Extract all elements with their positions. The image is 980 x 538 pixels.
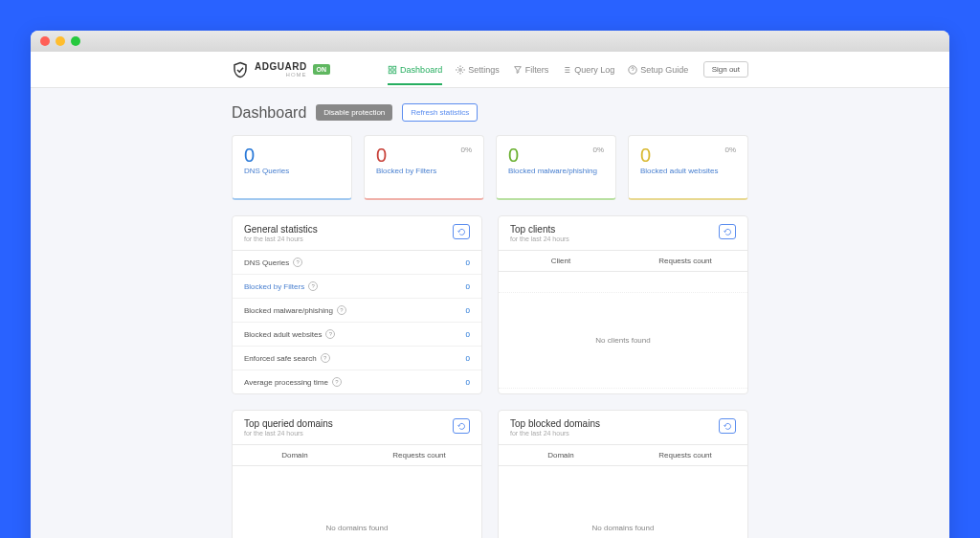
table-body: No domains found (233, 466, 481, 538)
stat-card-blocked-by-filters: 0%0Blocked by Filters (364, 135, 484, 200)
nav-label: Setup Guide (640, 65, 688, 75)
col-requests: Requests count (623, 257, 747, 265)
stat-value: 0 (244, 146, 340, 165)
status-badge: ON (313, 64, 331, 75)
refresh-icon (457, 422, 466, 431)
col-domain: Domain (233, 451, 357, 460)
info-icon[interactable]: ? (293, 258, 302, 267)
stat-label[interactable]: Blocked by Filters (376, 167, 472, 175)
filter-icon (513, 65, 523, 75)
row-value: 0 (466, 330, 470, 339)
nav-label: Settings (468, 65, 500, 75)
refresh-statistics-button[interactable]: Refresh statistics (402, 103, 478, 122)
brand-name: ADGUARD (255, 62, 307, 72)
row-label: Enforced safe search ? (244, 353, 330, 363)
close-window-icon[interactable] (40, 36, 50, 46)
refresh-button[interactable] (453, 224, 470, 239)
stat-value: 0 (376, 146, 472, 165)
svg-point-4 (459, 68, 462, 71)
stat-pct: 0% (460, 146, 472, 154)
help-icon (628, 65, 637, 75)
table-body: No domains found (499, 466, 747, 538)
col-requests: Requests count (623, 451, 747, 460)
nav-item-query-log[interactable]: Query Log (562, 56, 614, 84)
table-row: Blocked by Filters ?0 (233, 275, 481, 299)
maximize-window-icon[interactable] (71, 36, 80, 46)
panel-sub: for the last 24 hours (244, 430, 333, 437)
svg-rect-0 (389, 66, 391, 69)
list-icon (562, 65, 571, 75)
stat-value: 0 (640, 146, 736, 165)
table-head: Domain Requests count (499, 445, 747, 466)
refresh-icon (724, 422, 732, 431)
table-row: Blocked adult websites ?0 (233, 323, 481, 347)
nav-item-settings[interactable]: Settings (456, 56, 500, 84)
row-label: Blocked adult websites ? (244, 329, 335, 339)
nav-item-filters[interactable]: Filters (513, 56, 549, 84)
nav-item-dashboard[interactable]: Dashboard (388, 56, 442, 85)
panel-title: Top queried domains (244, 418, 333, 429)
panel-title: Top blocked domains (510, 418, 600, 429)
row-value: 0 (466, 282, 470, 291)
row-label: Blocked malware/phishing ? (244, 305, 346, 315)
refresh-button[interactable] (453, 418, 470, 434)
col-domain: Domain (499, 451, 623, 460)
panel-title: General statistics (244, 224, 318, 235)
svg-rect-1 (393, 66, 396, 69)
svg-rect-2 (389, 70, 391, 73)
info-icon[interactable]: ? (325, 329, 335, 339)
row-label: DNS Queries ? (244, 258, 302, 267)
nav-label: Filters (525, 65, 549, 75)
row-value: 0 (466, 258, 470, 267)
app-window: ADGUARD HOME ON DashboardSettingsFilters… (31, 31, 949, 538)
row-value: 0 (466, 306, 470, 315)
page-title: Dashboard (232, 104, 306, 122)
stat-card-blocked-adult-websites: 0%0Blocked adult websites (628, 135, 748, 200)
empty-message: No domains found (326, 524, 389, 532)
stat-value: 0 (508, 146, 604, 165)
shield-logo-icon (232, 61, 249, 78)
top-navbar: ADGUARD HOME ON DashboardSettingsFilters… (31, 52, 949, 88)
info-icon[interactable]: ? (308, 281, 318, 291)
panel-sub: for the last 24 hours (244, 235, 318, 242)
grid-icon (388, 65, 397, 75)
row-label: Average processing time ? (244, 377, 342, 387)
col-requests: Requests count (357, 451, 481, 460)
info-icon[interactable]: ? (321, 353, 330, 363)
table-head: Client Requests count (499, 251, 747, 272)
col-client: Client (499, 257, 623, 265)
titlebar (31, 31, 949, 52)
general-statistics-panel: General statistics for the last 24 hours… (232, 215, 482, 394)
page-header: Dashboard Disable protection Refresh sta… (232, 103, 748, 122)
refresh-button[interactable] (719, 418, 736, 434)
stat-pct: 0% (724, 146, 736, 154)
row-value: 0 (466, 354, 470, 363)
top-queried-domains-panel: Top queried domains for the last 24 hour… (232, 410, 482, 538)
row-label[interactable]: Blocked by Filters ? (244, 281, 318, 291)
info-icon[interactable]: ? (332, 377, 342, 387)
info-icon[interactable]: ? (337, 305, 346, 315)
brand[interactable]: ADGUARD HOME ON (232, 61, 330, 78)
stat-label[interactable]: Blocked malware/phishing (508, 167, 604, 175)
refresh-button[interactable] (719, 224, 736, 239)
content: Dashboard Disable protection Refresh sta… (31, 88, 949, 538)
nav-items: DashboardSettingsFiltersQuery LogSetup G… (388, 56, 688, 84)
nav-item-setup-guide[interactable]: Setup Guide (628, 56, 688, 84)
top-blocked-domains-panel: Top blocked domains for the last 24 hour… (498, 410, 748, 538)
table-row: Enforced safe search ?0 (233, 347, 481, 370)
empty-message: No domains found (592, 524, 655, 532)
top-clients-panel: Top clients for the last 24 hours Client… (498, 215, 748, 394)
stat-cards-row: 0DNS Queries0%0Blocked by Filters0%0Bloc… (232, 135, 748, 200)
table-head: Domain Requests count (233, 445, 481, 466)
stat-pct: 0% (592, 146, 604, 154)
stat-card-dns-queries: 0DNS Queries (232, 135, 352, 200)
minimize-window-icon[interactable] (56, 36, 65, 46)
stat-label[interactable]: DNS Queries (244, 167, 340, 175)
brand-sub: HOME (255, 72, 307, 78)
table-row: Average processing time ?0 (233, 370, 481, 393)
refresh-icon (724, 228, 732, 236)
disable-protection-button[interactable]: Disable protection (316, 104, 392, 121)
stat-label[interactable]: Blocked adult websites (640, 167, 736, 175)
stat-card-blocked-malware-phishing: 0%0Blocked malware/phishing (496, 135, 616, 200)
signout-button[interactable]: Sign out (703, 61, 748, 78)
